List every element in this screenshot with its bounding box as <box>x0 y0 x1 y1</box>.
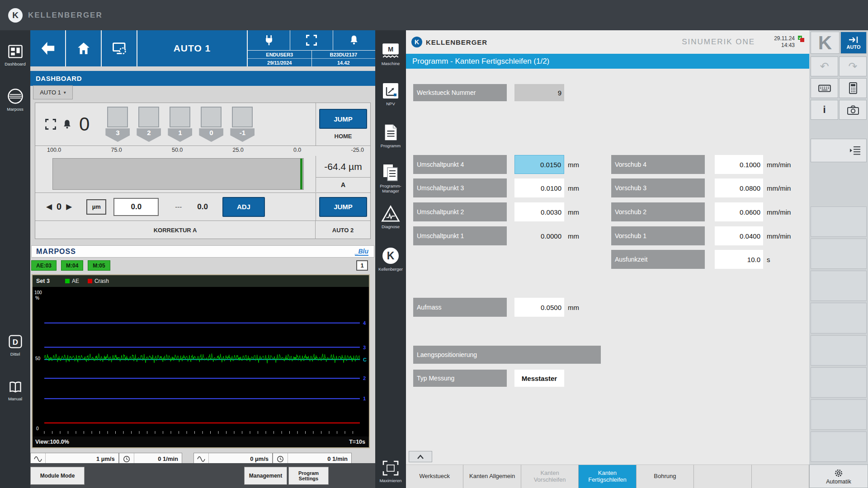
unit-label: mm <box>568 155 579 174</box>
undo-key[interactable]: ↶ <box>811 56 838 76</box>
softkey-empty[interactable] <box>811 399 867 430</box>
tab-ae03[interactable]: AE:03 <box>31 260 57 271</box>
jump-home-button[interactable]: JUMP <box>319 109 367 129</box>
fullscreen-button[interactable] <box>290 30 332 50</box>
vorschub1-field[interactable]: 0.0400 <box>715 226 763 245</box>
softkey-kanten-allgemein[interactable]: Kanten Allgemein <box>463 465 521 488</box>
vorschub4-field[interactable]: 0.1000 <box>715 155 763 174</box>
tool-slot[interactable]: 3 <box>105 107 130 142</box>
kellenberger-key[interactable]: K <box>811 32 840 54</box>
tool-slot-square <box>107 107 128 127</box>
vorschub3-field[interactable]: 0.0800 <box>715 178 763 197</box>
umschaltpunkt2-field[interactable]: 0.0030 <box>514 202 564 221</box>
tool-slot[interactable]: 2 <box>136 107 161 142</box>
softkey-kanten-vorschleifen[interactable]: Kanten Vorschleifen <box>521 465 579 488</box>
sidebar-item-marposs[interactable]: Marposs <box>0 88 30 112</box>
jump-auto2-button[interactable]: JUMP <box>319 197 367 217</box>
marposs-blu-logo: _Blu <box>355 248 368 256</box>
chart-header: Set 3 AE Crash <box>33 275 369 287</box>
umschaltpunkt3-field[interactable]: 0.0100 <box>514 178 564 197</box>
nav-kellenberger[interactable]: K Kellenberger <box>375 246 406 272</box>
correction-input[interactable]: 0.0 <box>113 198 159 216</box>
softkey-label: Kanten Allgemein <box>469 473 515 480</box>
field-label: Umschaltpunkt 4 <box>413 155 507 174</box>
automatik-key[interactable]: Automatik <box>809 465 868 488</box>
aufmass-field[interactable]: 0.0500 <box>514 298 564 317</box>
back-button[interactable] <box>30 30 65 66</box>
field-label: Typ Messung <box>413 370 507 387</box>
channel-menu-key[interactable] <box>811 139 867 162</box>
werkstueck-number-field[interactable]: 9 <box>514 84 564 101</box>
alarm-count: 0 <box>79 115 90 134</box>
sidebar-item-manual[interactable]: Manual <box>0 380 30 401</box>
redo-key[interactable]: ↷ <box>839 56 867 76</box>
kellenberger-k-logo: K <box>818 32 832 54</box>
nav-maximieren[interactable]: Maximieren <box>375 460 406 483</box>
param-row: Ausfunkzeit 10.0 s <box>611 250 770 269</box>
auto2-label: AUTO 2 <box>315 221 370 239</box>
nav-diagnose[interactable]: Diagnose <box>375 205 406 230</box>
alarm-button[interactable] <box>333 30 375 50</box>
adj-button[interactable]: ADJ <box>222 197 265 217</box>
unit-selector[interactable]: µm <box>86 199 106 215</box>
program-settings-button[interactable] <box>102 30 137 66</box>
work-offset-icon <box>375 82 406 100</box>
ausfunkzeit-field[interactable]: 10.0 <box>715 250 763 269</box>
keyboard-key[interactable] <box>811 78 838 98</box>
expand-corners-icon[interactable] <box>44 118 57 131</box>
softkey-label: Werkstueck <box>419 473 450 480</box>
tool-slot[interactable]: 1 <box>167 107 193 142</box>
softkey-kanten-fertigschleifen[interactable]: Kanten Fertigschleifen <box>579 465 636 488</box>
softkey-empty[interactable] <box>811 367 867 398</box>
tool-slot[interactable]: 0 <box>198 107 224 142</box>
legend-crash-swatch <box>88 279 92 283</box>
user-block: ENDUSER3 29/11/2024 <box>248 51 311 66</box>
softkey-empty[interactable] <box>811 239 867 269</box>
softkey-werkstueck[interactable]: Werkstueck <box>406 465 463 488</box>
softkey-empty[interactable] <box>811 303 867 333</box>
nav-programm-manager[interactable]: Programm-Manager <box>375 163 406 194</box>
tab-m05[interactable]: M:05 <box>88 260 110 271</box>
mode-display[interactable]: AUTO 1 <box>137 30 247 66</box>
page-selector[interactable]: 1 <box>356 260 368 271</box>
connect-button[interactable] <box>248 30 290 50</box>
softkey-empty[interactable] <box>811 271 867 301</box>
collapse-button[interactable] <box>409 451 432 462</box>
tool-slot[interactable]: -1 <box>230 107 255 142</box>
calculator-key[interactable] <box>839 78 867 98</box>
step-decrease-button[interactable]: ◀ <box>46 202 52 211</box>
step-increase-button[interactable]: ▶ <box>66 202 72 211</box>
param-row: Umschaltpunkt 3 0.0100 mm <box>413 178 579 197</box>
auto-mode-key[interactable]: AUTO <box>840 32 867 54</box>
tab-m04[interactable]: M:04 <box>61 260 83 271</box>
softkey-empty[interactable] <box>811 335 867 366</box>
softkey-empty[interactable] <box>811 206 867 237</box>
sidebar-item-dittel[interactable]: D Dittel <box>0 334 30 357</box>
softkey-empty[interactable] <box>811 432 867 462</box>
management-button[interactable]: Management <box>244 467 287 485</box>
screenshot-key[interactable] <box>839 100 867 120</box>
home-button[interactable] <box>66 30 101 66</box>
nav-npv[interactable]: NPV <box>375 82 406 107</box>
info-key[interactable]: i <box>811 100 838 120</box>
nav-programm[interactable]: Programm <box>375 123 406 149</box>
umschaltpunkt1-field[interactable]: 0.0000 <box>514 226 564 245</box>
sinumerik-date: 29.11.24 <box>774 35 795 42</box>
field-label: Vorschub 3 <box>611 178 705 197</box>
alarm-bell-icon[interactable] <box>61 119 73 130</box>
dashboard-mode-tab[interactable]: AUTO 1 ▾ <box>33 85 73 99</box>
module-mode-button[interactable]: Module Mode <box>30 467 85 485</box>
softkey-empty[interactable] <box>752 465 809 488</box>
typ-messung-field[interactable]: Messtaster <box>514 370 564 387</box>
umschaltpunkt4-field[interactable]: 0.0150 <box>514 155 564 174</box>
program-settings-button2[interactable]: Program Settings <box>288 467 329 485</box>
documents-stack-icon <box>375 163 406 182</box>
redo-icon: ↷ <box>848 60 857 73</box>
vorschub2-field[interactable]: 0.0600 <box>715 202 763 221</box>
legend-crash-label: Crash <box>94 278 109 284</box>
sidebar-item-dashboard[interactable]: Dashboard <box>0 44 30 66</box>
softkey-empty[interactable] <box>694 465 751 488</box>
softkey-bohrung[interactable]: Bohrung <box>637 465 694 488</box>
nav-maschine[interactable]: M Maschine <box>375 42 406 66</box>
axis-label: A <box>316 177 370 192</box>
